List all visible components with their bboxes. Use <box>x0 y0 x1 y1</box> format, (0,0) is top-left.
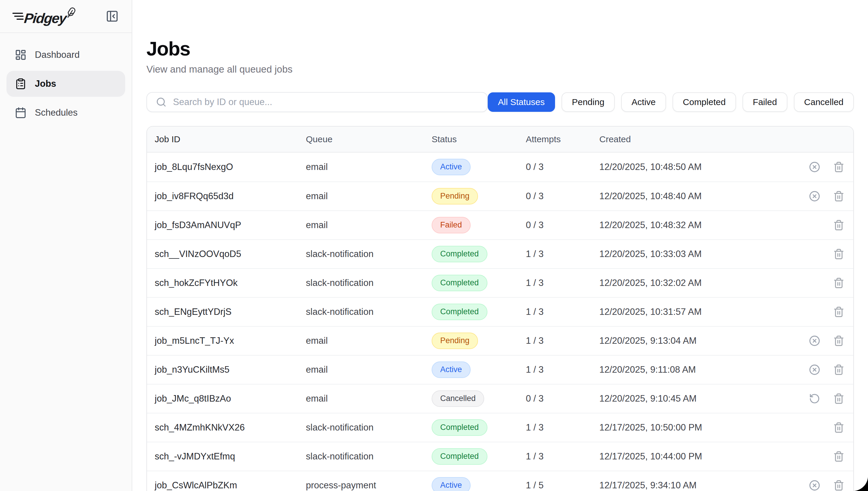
queue-cell: slack-notification <box>306 451 431 462</box>
sidebar-item-label: Jobs <box>35 79 56 89</box>
dashboard-icon <box>15 49 27 61</box>
status-cell: Pending <box>431 333 526 349</box>
created-cell: 12/20/2025, 9:10:45 AM <box>599 393 781 404</box>
trash-icon <box>833 422 844 433</box>
column-header-attempts: Attempts <box>526 134 599 144</box>
filter-cancelled-button[interactable]: Cancelled <box>794 92 854 112</box>
trash-icon <box>833 220 844 231</box>
table-row: job_m5LncT_TJ-YxemailPending1 / 312/20/2… <box>147 326 853 355</box>
delete-button[interactable] <box>833 335 844 346</box>
sidebar-collapse-button[interactable] <box>104 8 120 25</box>
filter-active-button[interactable]: Active <box>621 92 666 112</box>
created-cell: 12/17/2025, 10:50:00 PM <box>599 422 781 433</box>
trash-icon <box>833 335 844 346</box>
created-cell: 12/20/2025, 9:13:04 AM <box>599 336 781 346</box>
queue-cell: slack-notification <box>306 307 431 317</box>
column-header-queue: Queue <box>306 134 431 144</box>
attempts-cell: 1 / 5 <box>526 480 599 491</box>
actions-cell <box>781 364 853 375</box>
cancel-button[interactable] <box>809 162 820 173</box>
filter-completed-button[interactable]: Completed <box>673 92 736 112</box>
delete-button[interactable] <box>833 277 844 289</box>
attempts-cell: 1 / 3 <box>526 451 599 462</box>
delete-button[interactable] <box>833 162 844 173</box>
delete-button[interactable] <box>833 191 844 202</box>
attempts-cell: 0 / 3 <box>526 393 599 404</box>
cancel-button[interactable] <box>809 480 820 491</box>
delete-button[interactable] <box>833 480 844 491</box>
cancel-button[interactable] <box>809 335 820 346</box>
created-cell: 12/17/2025, 10:44:00 PM <box>599 451 781 462</box>
created-cell: 12/20/2025, 10:48:40 AM <box>599 191 781 202</box>
trash-icon <box>833 191 844 202</box>
retry-icon <box>809 393 820 404</box>
attempts-cell: 1 / 3 <box>526 278 599 288</box>
delete-button[interactable] <box>833 364 844 375</box>
sidebar: Pidgey DashboardJobsSchedules <box>0 0 132 491</box>
logo-text: Pidgey <box>24 11 67 25</box>
trash-icon <box>833 480 844 491</box>
column-header-created: Created <box>599 134 781 144</box>
created-cell: 12/20/2025, 10:32:02 AM <box>599 278 781 288</box>
table-row: job_CsWlcAlPbZKmprocess-paymentActive1 /… <box>147 471 853 491</box>
delete-button[interactable] <box>833 249 844 260</box>
actions-cell <box>781 393 853 404</box>
delete-button[interactable] <box>833 393 844 404</box>
table-row: sch_-vJMDYxtEfmqslack-notificationComple… <box>147 442 853 471</box>
created-cell: 12/20/2025, 10:48:32 AM <box>599 220 781 230</box>
status-badge: Completed <box>431 304 487 320</box>
cancel-circle-x-icon <box>809 480 820 491</box>
created-cell: 12/20/2025, 9:11:08 AM <box>599 365 781 375</box>
queue-cell: slack-notification <box>306 422 431 433</box>
attempts-cell: 1 / 3 <box>526 336 599 346</box>
filter-failed-button[interactable]: Failed <box>743 92 787 112</box>
actions-cell <box>781 162 853 173</box>
created-cell: 12/17/2025, 9:34:10 AM <box>599 480 781 491</box>
sidebar-item-jobs[interactable]: Jobs <box>6 71 125 97</box>
clipboard-list-icon <box>15 78 27 90</box>
actions-cell <box>781 422 853 433</box>
delete-button[interactable] <box>833 306 844 318</box>
table-body: job_8Lqu7fsNexgOemailActive0 / 312/20/20… <box>147 152 853 491</box>
job-id-cell: sch__VINzOOVqoD5 <box>147 249 306 259</box>
retry-button[interactable] <box>809 393 820 404</box>
page-title: Jobs <box>146 38 854 60</box>
cancel-button[interactable] <box>809 191 820 202</box>
column-header-status: Status <box>431 134 526 144</box>
actions-cell <box>781 335 853 346</box>
status-cell: Active <box>431 477 526 491</box>
delete-button[interactable] <box>833 422 844 433</box>
sidebar-item-label: Dashboard <box>35 50 80 60</box>
actions-cell <box>781 220 853 231</box>
table-header-row: Job IDQueueStatusAttemptsCreated <box>147 126 853 152</box>
job-id-cell: job_n3YuCKiltMs5 <box>147 365 306 375</box>
status-badge: Cancelled <box>431 391 484 407</box>
delete-button[interactable] <box>833 451 844 462</box>
delete-button[interactable] <box>833 220 844 231</box>
search-icon <box>156 97 167 107</box>
attempts-cell: 1 / 3 <box>526 249 599 259</box>
job-id-cell: job_iv8FRQq65d3d <box>147 191 306 202</box>
queue-cell: email <box>306 393 431 404</box>
filter-all-statuses-button[interactable]: All Statuses <box>488 92 555 112</box>
filter-pending-button[interactable]: Pending <box>562 92 615 112</box>
attempts-cell: 1 / 3 <box>526 422 599 433</box>
sidebar-item-dashboard[interactable]: Dashboard <box>6 42 125 68</box>
search-input[interactable] <box>172 96 480 108</box>
logo-speed-lines-icon <box>12 11 24 20</box>
search-box <box>146 92 488 112</box>
created-cell: 12/20/2025, 10:31:57 AM <box>599 307 781 317</box>
sidebar-item-schedules[interactable]: Schedules <box>6 100 125 126</box>
status-filters: All StatusesPendingActiveCompletedFailed… <box>488 92 854 112</box>
table-row: job_iv8FRQq65d3demailPending0 / 312/20/2… <box>147 181 853 210</box>
controls-row: All StatusesPendingActiveCompletedFailed… <box>146 92 854 112</box>
attempts-cell: 0 / 3 <box>526 220 599 230</box>
status-cell: Completed <box>431 419 526 436</box>
cancel-button[interactable] <box>809 364 820 375</box>
main-content: Jobs View and manage all queued jobs All… <box>132 0 868 491</box>
queue-cell: slack-notification <box>306 249 431 259</box>
trash-icon <box>833 249 844 260</box>
status-badge: Failed <box>431 217 471 233</box>
trash-icon <box>833 451 844 462</box>
table-row: job_8Lqu7fsNexgOemailActive0 / 312/20/20… <box>147 152 853 181</box>
